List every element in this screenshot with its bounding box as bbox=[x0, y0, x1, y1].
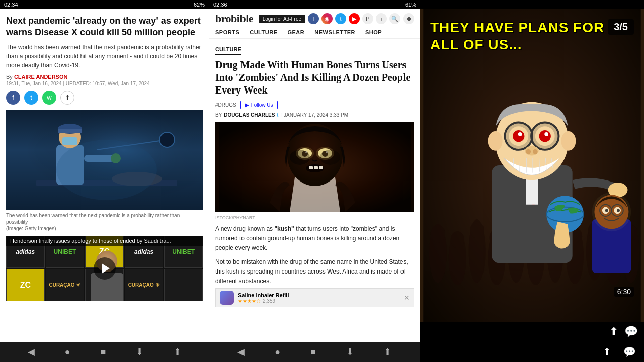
nav-down-left[interactable]: ⬇ bbox=[136, 346, 143, 357]
left-article-date: 19:31, Tue, Jan 16, 2024 | UPDATED: 10:5… bbox=[6, 81, 203, 86]
bro-nav: SPORTS CULTURE GEAR NEWSLETTER SHOP bbox=[209, 26, 420, 39]
nav-home-mid[interactable]: ● bbox=[275, 347, 280, 357]
menu-header-icon[interactable]: ⊗ bbox=[403, 13, 414, 24]
svg-point-68 bbox=[518, 132, 522, 136]
comment-action-btn[interactable]: 💬 bbox=[624, 325, 638, 338]
login-btn[interactable]: Login for Ad-Free bbox=[259, 15, 305, 23]
nav-shop[interactable]: SHOP bbox=[365, 29, 382, 35]
ad-close-btn[interactable]: ✕ bbox=[404, 294, 410, 302]
svg-point-28 bbox=[296, 147, 314, 160]
svg-point-12 bbox=[159, 132, 175, 147]
bro-author-name[interactable]: DOUGLAS CHARLES bbox=[224, 112, 275, 118]
svg-point-92 bbox=[592, 192, 631, 231]
video-thumbnail[interactable]: Henderson finally issues apology to thos… bbox=[6, 236, 203, 301]
bro-article: CULTURE Drug Made With Human Bones Turns… bbox=[209, 39, 420, 342]
ad-app-name: Saline Inhaler Refill bbox=[238, 292, 289, 298]
svg-point-67 bbox=[539, 130, 551, 142]
ad-app-icon bbox=[220, 291, 234, 305]
twitter-header-icon[interactable]: t bbox=[335, 13, 346, 24]
svg-point-57 bbox=[488, 131, 503, 151]
nav-up-left[interactable]: ⬆ bbox=[174, 346, 181, 357]
ad-stars: ★★★★☆ bbox=[238, 298, 261, 304]
left-panel: 02:34 62% Next pandemic 'already on the … bbox=[0, 0, 209, 342]
svg-rect-24 bbox=[314, 166, 318, 169]
bro-status-bar: 02:36 61% bbox=[209, 0, 420, 9]
left-status-bar: 02:34 62% bbox=[0, 0, 209, 9]
bro-logo: brobible bbox=[215, 12, 253, 25]
right-bottom-bar: ⬆ 💬 bbox=[420, 342, 644, 362]
nav-culture[interactable]: CULTURE bbox=[250, 29, 277, 35]
left-article-image bbox=[6, 110, 203, 210]
left-article-body: The world has been warned that the next … bbox=[6, 43, 203, 70]
bro-time: 02:36 bbox=[213, 2, 227, 8]
left-article-caption: The world has been warned that the next … bbox=[6, 210, 203, 234]
whatsapp-icon[interactable]: w bbox=[42, 90, 56, 105]
left-article: Next pandemic 'already on the way' as ex… bbox=[0, 9, 209, 342]
sponsor-curacao-2: CURAÇAO ☀ bbox=[125, 269, 164, 301]
nav-back-left[interactable]: ◀ bbox=[28, 346, 35, 357]
play-button[interactable] bbox=[94, 257, 116, 280]
middle-nav-bar: ◀ ● ■ ⬇ ⬆ bbox=[209, 342, 420, 362]
right-status-bar bbox=[420, 0, 644, 9]
nav-sports[interactable]: SPORTS bbox=[215, 29, 239, 35]
counter-badge: 3/5 bbox=[608, 19, 634, 35]
left-nav-bar: ◀ ● ■ ⬇ ⬆ bbox=[0, 342, 209, 362]
video-content: THEY HAVE PLANS FOR ALL OF US... 3/5 6:3… bbox=[420, 9, 644, 322]
facebook-header-icon[interactable]: f bbox=[308, 13, 319, 24]
share-btn-right[interactable]: ⬆ bbox=[603, 346, 611, 358]
search-header-icon[interactable]: 🔍 bbox=[389, 13, 400, 24]
bro-article-text1: A new drug known as "kush" that turns us… bbox=[215, 224, 414, 253]
sponsor-zc-2: ZC bbox=[6, 269, 45, 301]
author-social-tw[interactable]: t bbox=[277, 112, 278, 118]
bro-battery: 61% bbox=[405, 2, 416, 8]
share-action-btn[interactable]: ⬆ bbox=[609, 325, 618, 338]
ad-reviews: 2,359 bbox=[263, 298, 275, 304]
svg-rect-25 bbox=[319, 166, 323, 169]
comment-btn-right[interactable]: 💬 bbox=[623, 346, 636, 358]
nav-down-mid[interactable]: ⬇ bbox=[346, 346, 354, 357]
nav-square-mid[interactable]: ■ bbox=[310, 347, 316, 357]
left-battery: 62% bbox=[194, 2, 205, 8]
svg-rect-5 bbox=[58, 129, 82, 133]
svg-point-69 bbox=[544, 132, 548, 136]
author-prefix: By bbox=[6, 74, 13, 80]
author-name: CLAIRE ANDERSON bbox=[14, 74, 68, 80]
nav-up-mid[interactable]: ⬆ bbox=[384, 346, 391, 357]
facebook-icon[interactable]: f bbox=[6, 90, 20, 105]
social-icons: f t w ⬆ bbox=[6, 90, 203, 105]
video-label: Henderson finally issues apology to thos… bbox=[6, 236, 203, 246]
svg-point-58 bbox=[561, 131, 576, 151]
twitter-icon[interactable]: t bbox=[24, 90, 38, 105]
bro-author-line: BY DOUGLAS CHARLES t f JANUARY 17, 2024 … bbox=[215, 112, 414, 118]
svg-point-78 bbox=[526, 149, 531, 154]
nav-newsletter[interactable]: NEWSLETTER bbox=[314, 29, 355, 35]
svg-point-32 bbox=[431, 225, 445, 243]
sponsor-empty bbox=[164, 269, 203, 301]
bro-article-date: JANUARY 17, 2024 3:33 PM bbox=[284, 112, 348, 118]
bro-tags: #DRUGS ▶ Follow Us bbox=[215, 101, 414, 109]
author-social-fb[interactable]: f bbox=[280, 112, 282, 118]
share-icon[interactable]: ⬆ bbox=[60, 90, 74, 105]
nav-home-left[interactable]: ● bbox=[65, 347, 70, 357]
video-overlay-text: THEY HAVE PLANS FOR ALL OF US... bbox=[430, 19, 634, 53]
nav-square-left[interactable]: ■ bbox=[101, 347, 106, 357]
bro-img-caption: ISTOCK/PHYNART bbox=[215, 215, 414, 220]
left-article-author: By CLAIRE ANDERSON bbox=[6, 74, 203, 80]
pinterest-header-icon[interactable]: P bbox=[362, 13, 373, 24]
nav-gear[interactable]: GEAR bbox=[287, 29, 304, 35]
instagram-header-icon[interactable]: ◉ bbox=[321, 13, 333, 24]
youtube-header-icon[interactable]: ▶ bbox=[349, 13, 360, 24]
bro-header-icons: Login for Ad-Free f ◉ t ▶ P i 🔍 ⊗ bbox=[259, 13, 414, 24]
ad-banner: Saline Inhaler Refill ★★★★☆ 2,359 ✕ bbox=[215, 288, 414, 307]
bro-header: brobible Login for Ad-Free f ◉ t ▶ P i 🔍… bbox=[209, 9, 420, 26]
bro-tag-drugs[interactable]: #DRUGS bbox=[215, 102, 236, 108]
svg-point-36 bbox=[470, 222, 484, 238]
follow-btn[interactable]: ▶ Follow Us bbox=[240, 101, 278, 109]
bro-category: CULTURE bbox=[215, 46, 242, 55]
info-header-icon[interactable]: i bbox=[376, 13, 387, 24]
right-panel: THEY HAVE PLANS FOR ALL OF US... 3/5 6:3… bbox=[420, 0, 644, 342]
video-timer: 6:30 bbox=[614, 287, 634, 297]
nav-back-mid[interactable]: ◀ bbox=[237, 346, 245, 357]
bro-article-text2: Not to be mistaken with the drug of the … bbox=[215, 257, 414, 287]
left-time: 02:34 bbox=[4, 2, 18, 8]
